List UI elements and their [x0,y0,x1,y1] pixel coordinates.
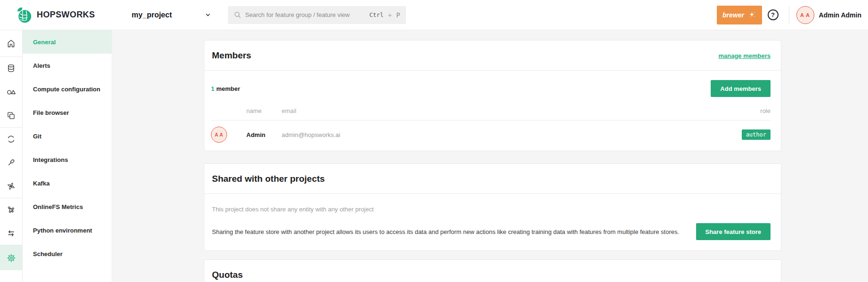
menu-item-python-environment[interactable]: Python environment [23,218,112,242]
brand-name: HOPSWORKS [37,10,95,20]
home-icon [6,39,16,48]
menu-item-scheduler[interactable]: Scheduler [23,242,112,266]
shared-projects-card: Shared with other projects This project … [204,163,781,251]
project-name: my_project [132,11,172,19]
member-role-badge: author [742,129,771,140]
shared-card-header: Shared with other projects [204,164,781,194]
hopsworks-logo-icon [16,7,32,24]
user-name: Admin Admin [819,11,861,19]
member-count-label: member [216,85,240,92]
quotas-title: Quotas [212,270,243,280]
rail-item-integrations[interactable] [0,151,22,174]
project-selector[interactable]: my_project [132,11,211,19]
share-feature-store-button[interactable]: Share feature store [696,223,771,240]
user-avatar[interactable]: A A [796,6,814,24]
shortcut-p-key: P [396,11,400,19]
menu-item-file-browser[interactable]: File browser [23,101,112,124]
members-body: 1member Add members name email role A A [204,71,781,151]
rail-item-compute[interactable] [0,80,22,104]
rail-item-kafka[interactable] [0,174,22,198]
settings-menu: General Alerts Compute configuration Fil… [23,30,112,282]
members-table-header: name email role [211,97,771,121]
navbar-right-group: brewer ? A A Admin Admin [717,6,861,24]
menu-item-label: File browser [33,109,69,116]
chevron-down-icon [205,12,211,18]
member-row: A A Admin admin@hopsworks.ai author [211,121,771,151]
share-feature-store-row: Sharing the feature store with another p… [212,223,771,240]
quotas-card: Quotas [204,259,781,282]
avatar-initials: A A [800,12,810,18]
scheduler-gear-icon [6,253,16,263]
help-glyph: ? [771,11,775,18]
name-column-header: name [246,107,282,114]
quotas-card-header: Quotas [204,260,781,282]
menu-item-label: Kafka [33,180,49,187]
rail-item-settings[interactable] [0,245,22,270]
menu-item-onlinefs-metrics[interactable]: OnlineFS Metrics [23,195,112,218]
app-shell: General Alerts Compute configuration Fil… [0,30,868,282]
menu-item-label: General [33,39,56,46]
file-browser-icon [6,111,16,121]
rail-item-file-browser[interactable] [0,104,22,127]
rail-item-onlinefs-metrics[interactable] [0,198,22,221]
database-icon [6,64,16,73]
python-env-icon [6,228,16,238]
integrations-icon [6,158,16,168]
navbar-divider [789,6,789,24]
menu-item-label: Scheduler [33,250,63,258]
rail-item-home[interactable] [0,30,22,56]
member-count-value: 1 [211,85,214,92]
menu-item-label: Compute configuration [33,86,100,93]
sparkle-icon [747,11,756,19]
shared-card-body: This project does not share any entity w… [204,194,781,250]
members-card: Members manage members 1member Add membe… [204,40,781,151]
menu-item-label: Alerts [33,62,50,69]
menu-item-integrations[interactable]: Integrations [23,148,112,171]
member-count-row: 1member Add members [211,71,771,97]
brewer-button[interactable]: brewer [717,6,762,24]
email-column-header: email [282,107,714,114]
search-bar: Ctrl + P [228,6,406,24]
member-email: admin@hopsworks.ai [282,131,714,138]
metrics-icon [6,205,16,215]
menu-item-general[interactable]: General [23,30,112,54]
search-input[interactable] [245,11,370,18]
member-count: 1member [211,85,240,92]
compute-icon [6,87,16,97]
search-shortcut-hint: Ctrl + P [369,11,400,19]
top-navbar: HOPSWORKS my_project Ctrl + P brewer [0,0,868,30]
menu-item-compute-configuration[interactable]: Compute configuration [23,77,112,101]
menu-item-label: Integrations [33,156,68,163]
shared-empty-text: This project does not share any entity w… [212,194,771,223]
member-name: Admin [246,131,282,138]
menu-item-alerts[interactable]: Alerts [23,54,112,77]
member-avatar: A A [211,127,227,143]
menu-item-label: OnlineFS Metrics [33,203,83,210]
manage-members-link[interactable]: manage members [718,52,771,59]
rail-item-python-environment[interactable] [0,221,22,245]
menu-item-git[interactable]: Git [23,124,112,148]
share-description: Sharing the feature store with another p… [212,228,685,235]
role-column-header: role [714,107,771,114]
search-icon [234,11,242,19]
brewer-label: brewer [722,11,744,19]
rail-item-git[interactable] [0,127,22,151]
icon-rail [0,30,23,282]
rail-item-data[interactable] [0,56,22,80]
git-icon [6,134,16,144]
menu-item-label: Git [33,133,41,140]
add-members-button[interactable]: Add members [711,80,771,97]
kafka-icon [6,181,16,191]
help-button[interactable]: ? [768,9,779,20]
members-card-header: Members manage members [204,40,781,71]
content-area: Members manage members 1member Add membe… [112,30,868,282]
hopsworks-logo[interactable]: HOPSWORKS [16,7,95,24]
shared-title: Shared with other projects [212,174,325,184]
member-avatar-initials: A A [215,132,223,137]
shortcut-plus-sign: + [388,11,392,19]
shortcut-ctrl-key: Ctrl [369,11,383,18]
menu-item-label: Python environment [33,227,92,234]
members-title: Members [212,50,251,61]
menu-item-kafka[interactable]: Kafka [23,171,112,195]
